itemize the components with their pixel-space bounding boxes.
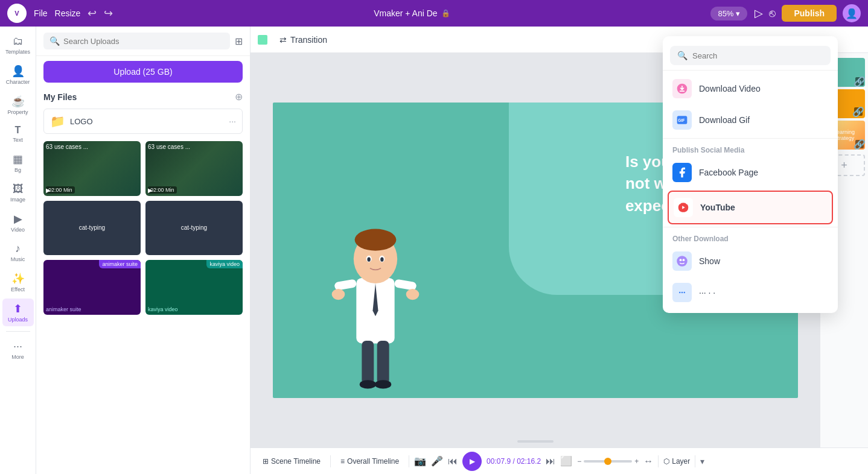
expand-timeline-button[interactable]: ▾ [700,457,704,466]
sidebar-item-label: Bg [14,167,21,173]
scene-color-swatch[interactable] [258,35,267,45]
sidebar-item-more[interactable]: ··· More [2,337,34,364]
mic-icon-button[interactable]: 🎤 [431,455,443,467]
preview-button[interactable]: ▷ [755,7,763,20]
share-button[interactable]: ⎋ [769,7,776,20]
media-thumb-label: cat-typing [148,224,240,232]
show-item[interactable]: Show [663,245,838,277]
lock-icon: 🔒 [441,9,450,17]
play-button[interactable]: ▶ [462,452,482,471]
download-video-icon [672,79,692,98]
sidebar-item-label: More [11,354,24,360]
topbar-actions: ▷ ⎋ Publish 👤 [755,4,861,22]
timeline-controls: ⊞ Scene Timeline ≡ Overall Timeline 📷 🎤 … [251,447,868,474]
redo-button[interactable]: ↪ [104,7,113,20]
media-thumb-label: 63 use cases ... [148,144,240,151]
skip-forward-button[interactable]: ⏭ [546,456,555,467]
zoom-out-icon[interactable]: − [577,457,581,466]
media-thumbnail[interactable]: cat-typing [43,201,141,256]
facebook-icon [672,163,692,182]
media-thumbnail[interactable]: cat-typing [145,201,243,256]
divider [663,227,838,227]
folder-name: LOGO [70,117,93,126]
effect-icon: ✨ [11,272,25,285]
sidebar-item-templates[interactable]: 🗂 Templates [2,31,34,58]
sidebar-item-character[interactable]: 👤 Character [2,61,34,89]
publish-button[interactable]: Publish [782,5,837,22]
sidebar-item-label: Text [13,137,23,143]
media-thumb-label: cat-typing [46,224,138,232]
show-icon [672,251,692,271]
media-thumbnail[interactable]: 63 use cases ... 02:00 Min ▶ [43,141,141,196]
media-thumb-badge: animaker suite [99,260,141,268]
zoom-handle[interactable] [604,458,611,465]
character-svg [321,169,430,398]
app-logo[interactable]: V [7,4,27,23]
divider [663,70,838,71]
search-input[interactable] [63,37,224,46]
sidebar-item-music[interactable]: ♪ Music [2,239,34,266]
caption-button[interactable]: ⬜ [560,455,572,467]
link-badge: 🔗 [855,77,864,86]
layer-icon: ⬡ [663,457,669,466]
sidebar-item-uploads[interactable]: ⬆ Uploads [2,299,34,326]
camera-icon-button[interactable]: 📷 [414,455,426,467]
sidebar-item-label: Music [11,256,25,262]
more-icon [672,283,692,302]
scroll-indicator [517,440,554,443]
transition-button[interactable]: ⇄ Transition [272,31,334,48]
more-icon: ··· [13,340,22,353]
upload-panel: 🔍 ⊞ Upload (25 GB) My Files ⊕ 📁 LOGO ···… [36,27,251,474]
property-icon: ☕ [11,95,25,108]
project-title: Vmaker + Ani De 🔒 [120,8,703,18]
file-menu[interactable]: File [34,8,48,18]
character-icon: 👤 [11,65,25,78]
download-video-item[interactable]: Download Video [663,73,838,104]
scene-timeline-tab[interactable]: ⊞ Scene Timeline [258,455,325,468]
add-folder-button[interactable]: ⊕ [235,91,243,103]
expand-horizontal-button[interactable]: ↔ [643,456,653,467]
zoom-control[interactable]: 85% ▾ [710,7,747,21]
layer-button[interactable]: ⬡ Layer [663,457,690,466]
divider [663,138,838,139]
sidebar-item-text[interactable]: T Text [2,121,34,147]
sidebar-item-bg[interactable]: ▦ Bg [2,149,34,177]
svg-point-21 [680,259,682,261]
upload-panel-header: 🔍 ⊞ [36,27,250,56]
svg-point-14 [359,380,375,388]
expand-icon[interactable]: ⊞ [235,36,243,47]
media-thumbnail[interactable]: animaker suite animaker suite [43,260,141,315]
my-files-row: My Files ⊕ [36,87,250,106]
media-thumbnail[interactable]: kaviya video kaviya video [145,260,243,315]
facebook-page-item[interactable]: Facebook Page [663,157,838,188]
sidebar-item-video[interactable]: ▶ Video [2,209,34,236]
svg-point-26 [684,292,686,294]
overall-timeline-icon: ≡ [340,457,345,466]
undo-button[interactable]: ↩ [88,7,97,20]
sidebar-item-image[interactable]: 🖼 Image [2,179,34,206]
dropdown-search-input[interactable] [692,51,823,60]
timeline-separator [658,455,659,467]
upload-button[interactable]: Upload (25 GB) [43,61,243,83]
skip-back-button[interactable]: ⏮ [448,456,458,467]
link-badge: 🔗 [855,140,864,148]
sidebar-item-property[interactable]: ☕ Property [2,91,34,119]
media-thumbnail[interactable]: 63 use cases ... 02:00 Min ▶ [145,141,243,196]
media-grid: 63 use cases ... 02:00 Min ▶ 63 use case… [36,136,250,320]
resize-menu[interactable]: Resize [55,8,81,18]
zoom-in-icon[interactable]: + [634,457,639,466]
media-thumb-badge: kaviya video [206,260,243,268]
folder-menu-icon[interactable]: ··· [229,116,236,126]
more-item[interactable]: ··· · · [663,277,838,308]
sidebar-item-effect[interactable]: ✨ Effect [2,268,34,296]
search-icon: 🔍 [677,51,688,60]
overall-timeline-tab[interactable]: ≡ Overall Timeline [336,455,404,468]
sidebar-item-label: Templates [5,49,30,55]
zoom-slider[interactable] [584,460,632,463]
social-section-label: Publish Social Media [663,141,838,157]
youtube-item[interactable]: YouTube [668,191,833,224]
link-badge: 🔗 [854,107,863,116]
download-gif-item[interactable]: GIF Download Gif [663,104,838,136]
avatar[interactable]: 👤 [843,4,861,22]
folder-item[interactable]: 📁 LOGO ··· [43,109,243,134]
